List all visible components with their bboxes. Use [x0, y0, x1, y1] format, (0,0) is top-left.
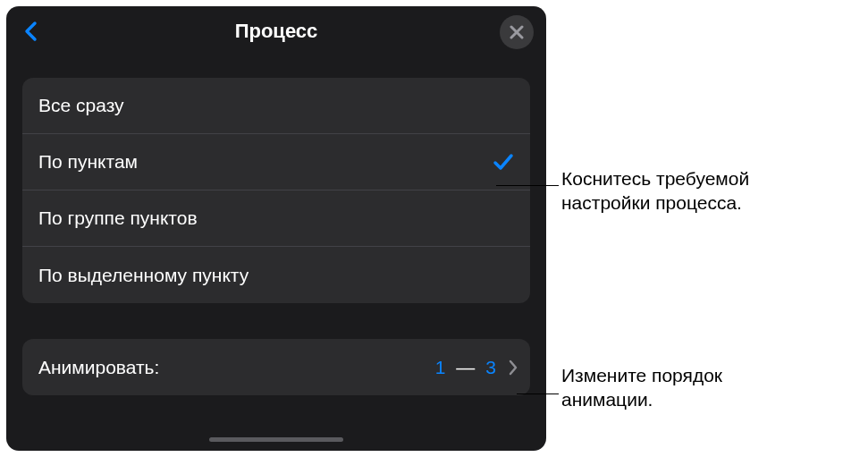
animate-label: Анимировать: [38, 357, 159, 378]
callout-line: настройки процесса. [561, 192, 742, 213]
animate-order-row[interactable]: Анимировать: 1 — 3 [22, 339, 530, 395]
animate-from: 1 [435, 357, 446, 378]
callout-leader-1 [496, 185, 559, 186]
option-by-bullet-group[interactable]: По группе пунктов [22, 190, 530, 247]
chevron-right-icon [509, 360, 518, 376]
animate-to: 3 [485, 357, 496, 378]
callout-text-1: Коснитесь требуемой настройки процесса. [561, 166, 749, 216]
option-by-bullet[interactable]: По пунктам [22, 134, 530, 190]
animate-range-dash: — [452, 357, 478, 378]
close-button[interactable] [500, 15, 534, 49]
callout-leader-2 [517, 394, 559, 394]
back-button[interactable] [19, 19, 44, 44]
settings-panel: Процесс Все сразу По пунктам По группе п… [6, 6, 546, 451]
option-label: Все сразу [38, 95, 124, 116]
checkmark-icon [493, 151, 514, 173]
option-label: По выделенному пункту [38, 265, 249, 286]
callout-text-2: Измените порядок анимации. [561, 363, 722, 412]
option-label: По пунктам [38, 151, 138, 173]
option-label: По группе пунктов [38, 207, 198, 229]
back-chevron-icon [24, 21, 38, 42]
callout-line: анимации. [561, 389, 653, 410]
option-by-highlighted-bullet[interactable]: По выделенному пункту [22, 247, 530, 303]
animate-value: 1 — 3 [435, 357, 518, 378]
panel-title: Процесс [235, 20, 318, 43]
callout-line: Коснитесь требуемой [561, 168, 749, 189]
panel-header: Процесс [6, 6, 546, 56]
panel-content: Все сразу По пунктам По группе пунктов П… [6, 56, 546, 395]
option-all-at-once[interactable]: Все сразу [22, 78, 530, 134]
close-icon [510, 25, 524, 39]
home-indicator [209, 437, 343, 442]
delivery-options-list: Все сразу По пунктам По группе пунктов П… [22, 78, 530, 303]
callout-line: Измените порядок [561, 365, 722, 385]
